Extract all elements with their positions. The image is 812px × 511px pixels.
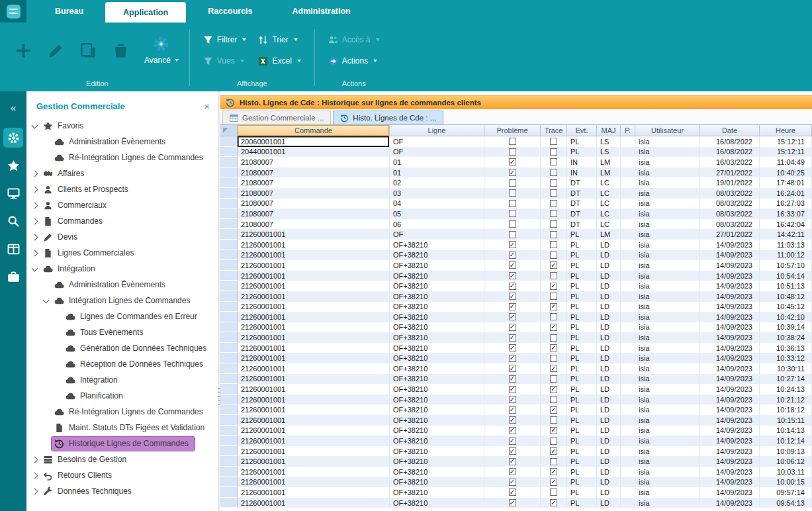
- search-rail-button[interactable]: [3, 211, 23, 231]
- cell-utilisateur[interactable]: isia: [635, 374, 700, 385]
- cell-utilisateur[interactable]: isia: [635, 322, 700, 333]
- cell-evt[interactable]: PL: [567, 353, 597, 363]
- table-row[interactable]: 21260001001OF+38210PLLDisia14/09/202310:…: [220, 312, 812, 322]
- delete-button[interactable]: [108, 32, 133, 68]
- tree-item[interactable]: Ré-Intégration Lignes de Commandes: [26, 150, 218, 165]
- cell-evt[interactable]: PL: [567, 343, 597, 353]
- probleme-checkbox[interactable]: [509, 220, 516, 228]
- cell-p[interactable]: [621, 384, 635, 395]
- cell-trace[interactable]: [541, 250, 567, 261]
- column-header-trace[interactable]: Trace: [541, 125, 567, 136]
- trace-checkbox[interactable]: [550, 210, 557, 217]
- probleme-checkbox[interactable]: [509, 210, 516, 217]
- table-row[interactable]: 21260001001OF+38210PLLDisia14/09/202309:…: [220, 487, 812, 498]
- row-selector[interactable]: [220, 271, 238, 281]
- probleme-checkbox[interactable]: [509, 272, 516, 279]
- cell-ligne[interactable]: OF+38210: [390, 404, 484, 415]
- cell-utilisateur[interactable]: isia: [635, 147, 700, 158]
- cell-commande[interactable]: 21260001001: [238, 415, 390, 426]
- row-selector[interactable]: [220, 384, 238, 395]
- cell-utilisateur[interactable]: isia: [635, 177, 700, 188]
- cell-commande[interactable]: 21260001001: [238, 456, 390, 467]
- trace-checkbox[interactable]: [550, 334, 557, 342]
- trace-checkbox[interactable]: [550, 303, 557, 310]
- cell-commande[interactable]: 21260001001: [238, 363, 390, 374]
- table-row[interactable]: 21260001001OF+38210PLLDisia14/09/202310:…: [220, 302, 812, 312]
- cell-ligne[interactable]: OF+38210: [390, 353, 484, 363]
- cell-heure[interactable]: 10:15:11: [760, 415, 812, 426]
- cell-maj[interactable]: LD: [597, 312, 621, 322]
- cell-p[interactable]: [621, 436, 635, 446]
- trace-checkbox[interactable]: [550, 499, 557, 506]
- probleme-checkbox[interactable]: [509, 427, 516, 434]
- cell-ligne[interactable]: 03: [390, 188, 484, 199]
- cell-heure[interactable]: 10:06:12: [760, 456, 812, 467]
- table-row[interactable]: 21260001001OF+38210PLLDisia14/09/202310:…: [220, 343, 812, 353]
- cell-probleme[interactable]: [484, 322, 541, 333]
- cell-utilisateur[interactable]: isia: [635, 250, 700, 261]
- cell-maj[interactable]: LD: [597, 467, 621, 477]
- cell-maj[interactable]: LD: [597, 363, 621, 374]
- chevron-right-icon[interactable]: [30, 471, 40, 480]
- cell-probleme[interactable]: [484, 456, 541, 467]
- tree-item[interactable]: Retours Clients: [26, 467, 218, 483]
- cell-date[interactable]: 14/09/2023: [700, 343, 760, 353]
- cell-utilisateur[interactable]: isia: [635, 271, 700, 281]
- cell-utilisateur[interactable]: isia: [635, 291, 700, 302]
- table-row[interactable]: 21260001001OF+38210PLLDisia14/09/202310:…: [220, 446, 812, 457]
- favorites-rail-button[interactable]: [3, 156, 23, 175]
- cell-heure[interactable]: 10:12:14: [760, 436, 812, 446]
- cell-ligne[interactable]: OF+38210: [390, 271, 484, 281]
- cell-p[interactable]: [621, 167, 635, 178]
- cell-commande[interactable]: 21080007: [238, 199, 390, 209]
- cell-probleme[interactable]: [484, 415, 541, 426]
- cell-commande[interactable]: 21080007: [238, 209, 390, 219]
- cell-heure[interactable]: 10:27:14: [760, 374, 812, 385]
- tree-item[interactable]: Lignes de Commandes en Erreur: [26, 308, 218, 324]
- probleme-checkbox[interactable]: [509, 261, 516, 269]
- cell-ligne[interactable]: OF+38210: [390, 487, 484, 498]
- cell-commande[interactable]: 21260001001: [238, 281, 390, 291]
- cell-utilisateur[interactable]: isia: [635, 332, 700, 343]
- cell-heure[interactable]: 10:54:14: [760, 271, 812, 281]
- table-row[interactable]: 21260001001OF+38210PLLDisia14/09/202310:…: [220, 456, 812, 467]
- probleme-checkbox[interactable]: [509, 468, 516, 475]
- cell-commande[interactable]: 21260001001: [238, 446, 390, 457]
- cell-probleme[interactable]: [484, 136, 541, 147]
- cell-trace[interactable]: [541, 498, 567, 508]
- chevron-right-icon[interactable]: [30, 455, 40, 464]
- cell-date[interactable]: 14/09/2023: [700, 332, 760, 343]
- cell-commande[interactable]: 20060001001: [238, 136, 390, 147]
- cell-ligne[interactable]: OF+38210: [390, 281, 484, 291]
- cell-utilisateur[interactable]: isia: [635, 136, 700, 147]
- probleme-checkbox[interactable]: [509, 138, 516, 145]
- cell-ligne[interactable]: OF+38210: [390, 250, 484, 261]
- cell-ligne[interactable]: OF+38210: [390, 291, 484, 302]
- cell-date[interactable]: 19/01/2022: [700, 177, 760, 188]
- cell-evt[interactable]: PL: [567, 291, 597, 302]
- cell-heure[interactable]: 10:14:13: [760, 426, 812, 436]
- cell-trace[interactable]: [541, 363, 567, 374]
- cell-probleme[interactable]: [484, 260, 541, 271]
- table-row[interactable]: 2108000701INLMisia27/01/202210:40:25: [220, 167, 812, 178]
- probleme-checkbox[interactable]: [509, 458, 516, 465]
- cell-utilisateur[interactable]: isia: [635, 395, 700, 405]
- cell-date[interactable]: 14/09/2023: [700, 240, 760, 250]
- cell-utilisateur[interactable]: isia: [635, 343, 700, 353]
- cell-evt[interactable]: PL: [567, 229, 597, 240]
- cell-p[interactable]: [621, 415, 635, 426]
- tree-item[interactable]: Intégration Lignes de Commandes: [26, 293, 218, 308]
- probleme-checkbox[interactable]: [509, 438, 516, 445]
- column-header-date[interactable]: Date: [700, 125, 760, 136]
- cell-commande[interactable]: 21260001001: [238, 395, 390, 405]
- cell-p[interactable]: [621, 332, 635, 343]
- cell-ligne[interactable]: OF+38210: [390, 456, 484, 467]
- cell-p[interactable]: [621, 240, 635, 250]
- tree-item[interactable]: Favoris: [26, 118, 218, 134]
- cell-probleme[interactable]: [484, 436, 541, 446]
- cell-maj[interactable]: LD: [597, 353, 621, 363]
- collapse-sidebar-button[interactable]: «: [11, 102, 16, 113]
- row-selector[interactable]: [220, 404, 238, 415]
- tree-item[interactable]: Lignes Commerciales: [26, 245, 218, 261]
- cell-probleme[interactable]: [484, 219, 541, 230]
